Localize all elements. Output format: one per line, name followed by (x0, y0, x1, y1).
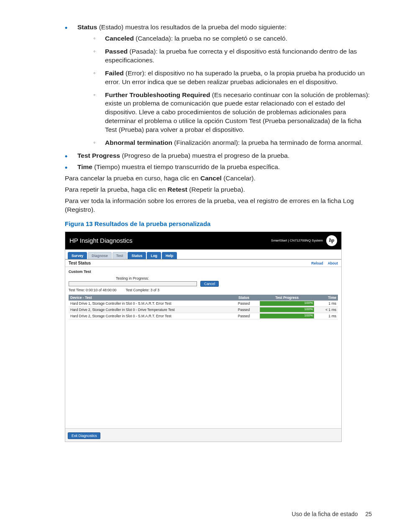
app-title: HP Insight Diagnostics (69, 237, 133, 244)
term-status: Status (77, 23, 97, 31)
col-status: Status (230, 295, 258, 301)
page-number: 25 (365, 511, 372, 517)
cell-time: 1 ms (316, 313, 338, 319)
reload-link[interactable]: Reload (311, 261, 323, 265)
test-complete-label: Test Complete: 3 of 3 (126, 288, 159, 292)
system-label-area: SmartStart | CN712700NQ System hp (271, 235, 337, 246)
sub-bullet: Further Troubleshooting Required (Es nec… (93, 91, 374, 135)
cell-device: Hard Drive 1, Storage Controller in Slot… (69, 301, 230, 307)
exit-diagnostics-button[interactable]: Exit Diagnostics (68, 432, 100, 439)
about-link[interactable]: About (327, 261, 338, 265)
table-row: Hard Drive 2, Storage Controller in Slot… (69, 313, 338, 319)
tab-status[interactable]: Status (128, 252, 146, 259)
test-meta: Test Time: 0:00:10 of 48:00:00 Test Comp… (69, 288, 338, 292)
cell-time: < 1 ms (316, 306, 338, 313)
tab-diagnose[interactable]: Diagnose (88, 252, 111, 259)
sub-bullet: Passed (Pasada): la prueba fue correcta … (93, 47, 374, 65)
cell-device: Hard Drive 2, Storage Controller in Slot… (69, 306, 230, 313)
tab-help[interactable]: Help (162, 252, 177, 259)
bullet-status: Status (Estado) muestra los resultados d… (65, 23, 374, 147)
page-footer: Uso de la ficha de estado 25 (292, 511, 372, 517)
cell-progress: 100% (258, 306, 316, 313)
figure-caption: Figura 13 Resultados de la prueba person… (65, 220, 374, 227)
overall-progress-bar (69, 281, 197, 286)
section-title: Test Status (69, 261, 91, 265)
tab-survey[interactable]: Survey (68, 252, 87, 259)
cell-status: Passed (230, 313, 258, 319)
results-table: Device - Test Status Test Progress Time … (69, 295, 338, 319)
hp-logo-icon: hp (326, 235, 337, 246)
sub-bullet: Failed (Error): el dispositivo no ha sup… (93, 69, 374, 87)
screenshot-panel: HP Insight Diagnostics SmartStart | CN71… (65, 231, 342, 442)
col-progress: Test Progress (258, 295, 316, 301)
col-time: Time (316, 295, 338, 301)
table-row: Hard Drive 1, Storage Controller in Slot… (69, 301, 338, 307)
cell-time: 1 ms (316, 301, 338, 307)
section-bar: Test Status Reload About (65, 259, 341, 267)
para-log: Para ver toda la información sobre los e… (65, 197, 374, 214)
custom-test-heading: Custom Test (69, 270, 338, 274)
para-cancel: Para cancelar la prueba en curso, haga c… (65, 174, 374, 183)
cell-progress: 100% (258, 313, 316, 319)
app-header: HP Insight Diagnostics SmartStart | CN71… (65, 232, 341, 249)
sub-bullet: Abnormal termination (Finalización anorm… (93, 139, 374, 147)
text: (Estado) muestra los resultados de la pr… (97, 23, 286, 31)
progress-label: Testing in Progress: (69, 276, 196, 280)
tab-bar: Survey Diagnose Test Status Log Help (65, 249, 341, 259)
test-time-label: Test Time: 0:00:10 of 48:00:00 (69, 288, 116, 292)
bullet-time: Time (Tiempo) muestra el tiempo transcur… (65, 163, 374, 172)
para-retest: Para repetir la prueba, haga clic en Ret… (65, 185, 374, 194)
footer-text: Uso de la ficha de estado (292, 511, 358, 517)
tab-log[interactable]: Log (147, 252, 161, 259)
bullet-progress: Test Progress (Progreso de la prueba) mu… (65, 152, 374, 160)
results-empty-area (69, 319, 338, 428)
col-device: Device - Test (69, 295, 230, 301)
cell-progress: 100% (258, 301, 316, 307)
sub-bullet: Canceled (Cancelada): la prueba no se co… (93, 34, 374, 43)
cell-status: Passed (230, 306, 258, 313)
cell-status: Passed (230, 301, 258, 307)
tab-test[interactable]: Test (113, 252, 127, 259)
cell-device: Hard Drive 2, Storage Controller in Slot… (69, 313, 230, 319)
system-label: SmartStart | CN712700NQ System (271, 239, 323, 242)
table-row: Hard Drive 2, Storage Controller in Slot… (69, 306, 338, 313)
cancel-button[interactable]: Cancel (200, 281, 219, 287)
